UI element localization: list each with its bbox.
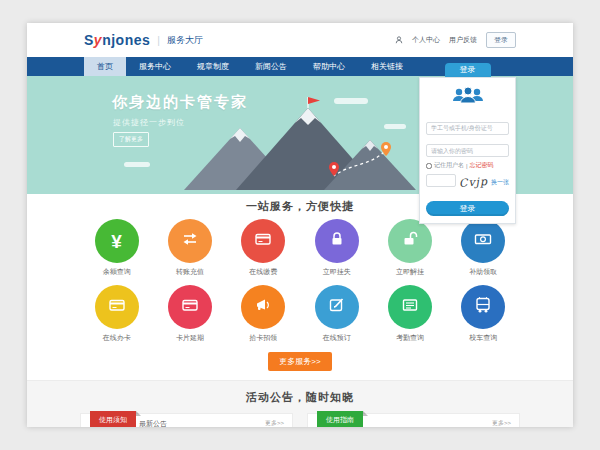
users-group-icon — [426, 85, 509, 111]
card-pay-icon — [254, 230, 272, 252]
cloud-decoration — [124, 162, 150, 167]
service-school-bus[interactable]: 校车查询 — [447, 285, 520, 343]
logo: Synjones — [84, 32, 150, 48]
megaphone-icon — [254, 296, 272, 318]
announcements-title: 活动公告，随时知晓 — [27, 390, 573, 405]
card-icon — [108, 296, 126, 318]
service-balance[interactable]: ¥ 余额查询 — [80, 219, 153, 277]
usage-notice-ribbon[interactable]: 使用须知 — [90, 411, 136, 427]
topbar: Synjones | 服务大厅 个人中心 用户反馈 登录 — [27, 23, 573, 57]
user-guide-ribbon[interactable]: 使用指南 — [317, 411, 363, 427]
change-captcha-link[interactable]: 换一张 — [491, 178, 509, 187]
banknote-icon — [474, 230, 492, 252]
remember-checkbox[interactable] — [426, 163, 432, 169]
logo-y-accent: y — [94, 32, 102, 48]
captcha-image[interactable]: Cvjp — [458, 175, 488, 190]
nav-item-home[interactable]: 首页 — [84, 57, 126, 76]
yen-icon: ¥ — [111, 232, 122, 251]
service-lost-found[interactable]: 拾卡招领 — [227, 285, 300, 343]
logo-divider: | — [157, 35, 160, 46]
service-card-renewal[interactable]: 卡片延期 — [153, 285, 226, 343]
nav-item-links[interactable]: 相关链接 — [358, 57, 416, 76]
announcements-panel-right: 使用指南 更多>> — [307, 413, 520, 427]
mountains-illustration — [174, 94, 424, 194]
service-online-booking[interactable]: 在线预订 — [300, 285, 373, 343]
login-submit-button[interactable]: 登录 — [426, 201, 509, 216]
user-feedback-link[interactable]: 用户反馈 — [449, 35, 477, 45]
service-apply-card[interactable]: 在线办卡 — [80, 285, 153, 343]
edit-icon — [328, 296, 346, 318]
password-input[interactable] — [426, 144, 509, 157]
page: Synjones | 服务大厅 个人中心 用户反馈 登录 首页 服务中心 规章制… — [27, 23, 573, 427]
nav-item-help[interactable]: 帮助中心 — [300, 57, 358, 76]
service-online-payment[interactable]: 在线缴费 — [227, 219, 300, 277]
service-cancel-loss[interactable]: 立即解挂 — [373, 219, 446, 277]
latest-announcements-tab[interactable]: 最新公告 — [139, 419, 167, 427]
login-panel: 登录 记住用户名 | 忘记密码 Cvjp 换一张 — [419, 63, 516, 224]
remember-label: 记住用户名 — [434, 161, 464, 170]
logo-tagline: 服务大厅 — [167, 34, 203, 47]
login-tab[interactable]: 登录 — [445, 63, 491, 77]
captcha-input[interactable] — [426, 174, 456, 187]
more-link[interactable]: 更多>> — [265, 419, 284, 427]
more-services-button[interactable]: 更多服务>> — [268, 352, 331, 371]
services-grid: ¥ 余额查询 转账充值 在线缴费 立即挂失 — [80, 219, 520, 343]
service-attendance[interactable]: 考勤查询 — [373, 285, 446, 343]
username-input[interactable] — [426, 122, 509, 135]
service-subsidy[interactable]: 补助领取 — [447, 219, 520, 277]
user-icon — [395, 36, 403, 44]
unlock-icon — [401, 230, 419, 252]
transfer-icon — [181, 230, 199, 252]
nav-item-service-center[interactable]: 服务中心 — [126, 57, 184, 76]
list-icon — [401, 296, 419, 318]
service-transfer[interactable]: 转账充值 — [153, 219, 226, 277]
forgot-password-link[interactable]: 忘记密码 — [470, 161, 494, 170]
announcements-panel-left: 使用须知 最新公告 更多>> — [80, 413, 293, 427]
lock-icon — [328, 230, 346, 252]
options-divider: | — [466, 163, 468, 169]
card-icon — [181, 296, 199, 318]
bus-icon — [474, 296, 492, 318]
service-report-loss[interactable]: 立即挂失 — [300, 219, 373, 277]
topbar-login-button[interactable]: 登录 — [486, 32, 516, 48]
nav-item-news[interactable]: 新闻公告 — [242, 57, 300, 76]
nav-item-rules[interactable]: 规章制度 — [184, 57, 242, 76]
personal-center-link[interactable]: 个人中心 — [412, 35, 440, 45]
hero-cta-button[interactable]: 了解更多 — [113, 132, 149, 147]
more-link[interactable]: 更多>> — [492, 419, 511, 427]
announcements-section: 活动公告，随时知晓 使用须知 最新公告 更多>> 使用指南 更多>> — [27, 380, 573, 427]
